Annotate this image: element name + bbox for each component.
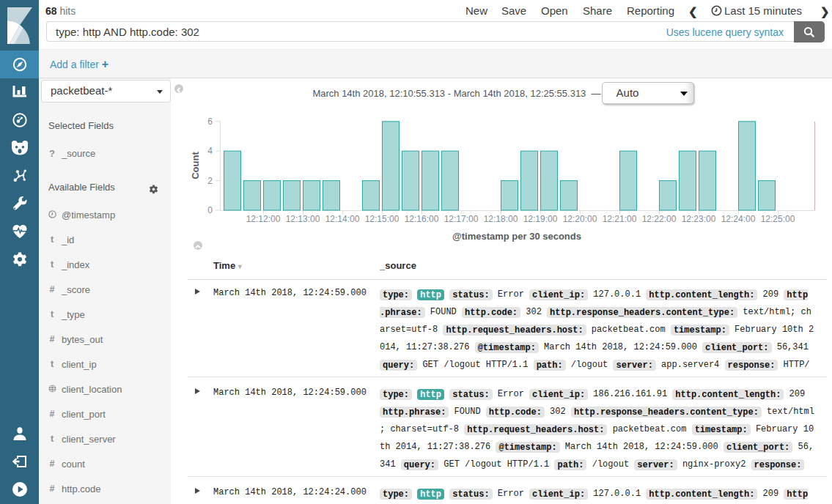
svg-text:4: 4 [207,146,213,156]
svg-text:12:13:00: 12:13:00 [286,214,320,224]
svg-text:12:17:00: 12:17:00 [444,214,479,224]
svg-text:6: 6 [207,116,213,127]
svg-text:2: 2 [207,176,213,186]
svg-text:12:14:00: 12:14:00 [325,214,360,224]
svg-text:12:25:00: 12:25:00 [761,214,795,224]
svg-text:12:23:00: 12:23:00 [682,214,716,224]
svg-text:0: 0 [207,205,213,215]
svg-text:12:16:00: 12:16:00 [405,214,439,224]
svg-text:12:15:00: 12:15:00 [365,214,400,224]
svg-text:12:21:00: 12:21:00 [603,214,637,224]
svg-text:12:20:00: 12:20:00 [563,214,597,224]
svg-text:12:18:00: 12:18:00 [484,214,518,224]
svg-text:@timestamp per 30 seconds: @timestamp per 30 seconds [452,231,581,242]
svg-text:12:22:00: 12:22:00 [642,214,677,224]
svg-text:12:24:00: 12:24:00 [721,214,756,224]
svg-text:Count: Count [190,152,201,179]
svg-text:12:12:00: 12:12:00 [246,214,281,224]
svg-text:12:19:00: 12:19:00 [523,214,558,224]
